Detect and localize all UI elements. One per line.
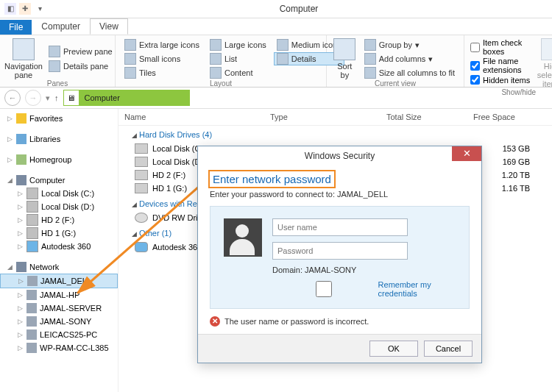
cancel-button[interactable]: Cancel <box>424 341 473 357</box>
tab-view[interactable]: View <box>90 18 128 35</box>
layout-list[interactable]: List <box>207 52 269 65</box>
remember-credentials-checkbox[interactable]: Remember my credentials <box>272 280 456 298</box>
group-label-showhide: Show/hide <box>470 88 552 96</box>
forward-button[interactable]: → <box>25 90 41 106</box>
navigation-pane-button[interactable]: Navigation pane <box>6 38 41 79</box>
dialog-footer: OK Cancel <box>198 334 481 363</box>
tree-drive[interactable]: ▷Local Disk (D:) <box>0 200 118 213</box>
tree-drive[interactable]: ▷Autodesk 360 <box>0 240 118 253</box>
tree-drive[interactable]: ▷HD 2 (F:) <box>0 213 118 227</box>
drive-icon <box>135 143 148 154</box>
credential-panel: Domain: JAMAL-SONY Remember my credentia… <box>210 206 470 309</box>
tree-network-pc[interactable]: ▷JAMAL-SERVER <box>0 302 118 315</box>
cloud-icon <box>135 242 148 252</box>
error-message: ✕ The user name or password is incorrect… <box>210 316 470 327</box>
column-headers[interactable]: Name Type Total Size Free Space <box>118 109 552 126</box>
size-columns-button[interactable]: Size all columns to fit <box>361 66 458 79</box>
hide-selected-button: Hide selected items <box>537 38 552 88</box>
tree-homegroup[interactable]: ▷Homegroup <box>0 153 118 166</box>
tree-network-pc[interactable]: ▷WP-RAM-CC-L385 <box>0 341 118 354</box>
col-total[interactable]: Total Size <box>381 113 467 121</box>
group-by-button[interactable]: Group by ▾ <box>361 38 458 51</box>
ribbon-tabs: File Computer View <box>0 18 552 35</box>
drive-icon <box>135 183 148 193</box>
qat-dropdown-icon[interactable]: ▾ <box>34 3 46 15</box>
col-free[interactable]: Free Space <box>467 113 547 121</box>
qat-newfolder-icon[interactable]: ✚ <box>19 3 31 15</box>
tree-computer[interactable]: ◢Computer <box>0 174 118 187</box>
dialog-titlebar[interactable]: Windows Security ✕ <box>198 146 481 165</box>
group-label-panes: Panes <box>6 79 109 88</box>
windows-security-dialog: Windows Security ✕ Enter network passwor… <box>197 146 482 363</box>
check-hidden-items[interactable]: Hidden items <box>470 75 533 85</box>
qat-properties-icon[interactable]: ◧ <box>4 3 16 15</box>
layout-small[interactable]: Small icons <box>121 52 202 65</box>
back-button[interactable]: ← <box>4 90 21 106</box>
dvd-icon <box>135 213 148 223</box>
tree-network-pc[interactable]: ▷JAMAL-HP <box>0 288 118 302</box>
dialog-subtitle: Enter your password to connect to: JAMAL… <box>210 190 470 199</box>
check-item-checkboxes[interactable]: Item check boxes <box>470 38 533 56</box>
tree-network[interactable]: ◢Network <box>0 260 118 274</box>
layout-tiles[interactable]: Tiles <box>121 66 202 79</box>
tree-drive[interactable]: ▷HD 1 (G:) <box>0 227 118 240</box>
nav-toolbar: ← → ▾ ↑ 🖥 Computer <box>0 88 552 109</box>
drive-icon <box>135 157 148 167</box>
close-button[interactable]: ✕ <box>452 146 481 161</box>
window-title: Computer <box>46 4 552 14</box>
titlebar: ◧ ✚ ▾ Computer <box>0 0 552 18</box>
layout-extra-large[interactable]: Extra large icons <box>121 38 202 51</box>
sort-by-button[interactable]: Sort by <box>333 38 357 79</box>
group-label-currentview: Current view <box>333 79 458 88</box>
details-pane-button[interactable]: Details pane <box>46 60 116 73</box>
tab-file[interactable]: File <box>0 20 32 35</box>
tree-network-pc[interactable]: ▷JAMAL-SONY <box>0 315 118 328</box>
quick-access-toolbar: ◧ ✚ ▾ <box>0 3 46 15</box>
add-columns-button[interactable]: Add columns ▾ <box>361 52 458 65</box>
ok-button[interactable]: OK <box>369 341 418 357</box>
tree-favorites[interactable]: ▷Favorites <box>0 112 118 125</box>
avatar-icon <box>224 218 262 257</box>
drive-icon <box>135 170 148 180</box>
group-label-layout: Layout <box>121 79 320 88</box>
col-name[interactable]: Name <box>118 113 264 121</box>
computer-icon: 🖥 <box>64 90 79 105</box>
dialog-title: Windows Security <box>305 151 375 161</box>
check-file-ext[interactable]: File name extensions <box>470 57 533 74</box>
tree-network-jamal-dell[interactable]: ▷JAMAL_DELL <box>0 274 118 288</box>
tree-network-pc[interactable]: ▷LEICACS25-PC <box>0 328 118 341</box>
preview-pane-button[interactable]: Preview pane <box>46 45 116 58</box>
username-input[interactable] <box>272 218 408 236</box>
recent-dropdown-icon[interactable]: ▾ <box>46 93 50 103</box>
domain-label: Domain: JAMAL-SONY <box>272 266 456 274</box>
col-type[interactable]: Type <box>264 113 381 121</box>
navigation-tree[interactable]: ▷Favorites ▷Libraries ▷Homegroup ◢Comput… <box>0 109 118 392</box>
layout-content[interactable]: Content <box>207 66 269 79</box>
tree-drive[interactable]: ▷Local Disk (C:) <box>0 187 118 200</box>
password-input[interactable] <box>272 242 408 260</box>
layout-large[interactable]: Large icons <box>207 38 269 51</box>
tree-libraries[interactable]: ▷Libraries <box>0 132 118 146</box>
breadcrumb-segment[interactable]: Computer <box>79 90 126 105</box>
group-hdd[interactable]: ◢ Hard Disk Drives (4) <box>118 126 552 142</box>
tab-computer[interactable]: Computer <box>32 18 90 35</box>
ribbon: Navigation pane Preview pane Details pan… <box>0 35 552 88</box>
dialog-heading: Enter network password <box>210 171 334 187</box>
up-button[interactable]: ↑ <box>54 93 59 102</box>
address-bar[interactable]: 🖥 Computer <box>63 90 190 106</box>
error-icon: ✕ <box>210 316 220 327</box>
